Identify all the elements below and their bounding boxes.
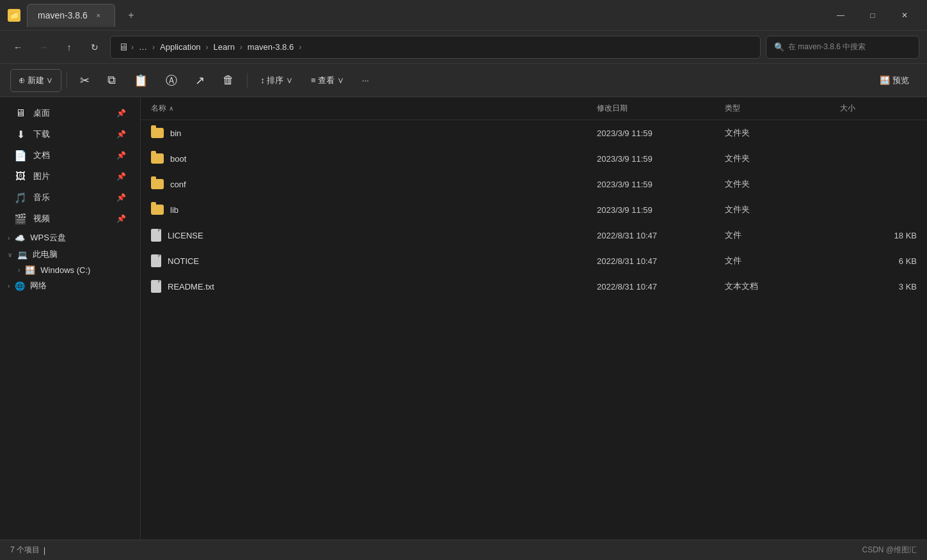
sort-icon: ∧ (169, 105, 173, 112)
file-icon (151, 280, 161, 293)
sidebar-label-music: 音乐 (33, 192, 50, 203)
file-name-cell: conf (151, 179, 597, 189)
folder-icon (151, 179, 164, 189)
breadcrumb-learn[interactable]: Learn (211, 41, 237, 53)
this-pc-section[interactable]: ∨ 💻 此电脑 (0, 246, 140, 263)
sidebar-icon-pictures: 🖼 (14, 170, 27, 183)
file-type-cell: 文本文档 (725, 281, 840, 292)
file-name-cell: README.txt (151, 280, 597, 293)
share-button[interactable]: ↗ (187, 69, 212, 92)
toolbar-sep2 (247, 73, 248, 88)
pin-icon: 📌 (116, 151, 126, 160)
delete-button[interactable]: 🗑 (215, 69, 242, 92)
sidebar-item-music[interactable]: 🎵 音乐 📌 (4, 187, 136, 208)
breadcrumb-sep4: › (240, 43, 242, 52)
sort-button[interactable]: ↕ 排序 ∨ (253, 69, 301, 92)
sidebar-item-videos[interactable]: 🎬 视频 📌 (4, 208, 136, 229)
item-count: 7 个项目 (10, 545, 40, 556)
search-box[interactable]: 🔍 在 maven-3.8.6 中搜索 (766, 36, 919, 59)
file-row[interactable]: boot 2023/3/9 11:59 文件夹 (141, 146, 927, 171)
file-row[interactable]: lib 2023/3/9 11:59 文件夹 (141, 197, 927, 222)
new-button[interactable]: ⊕ 新建 ∨ (10, 69, 61, 92)
file-name-label: lib (170, 205, 178, 215)
file-name-cell: lib (151, 205, 597, 215)
file-date-cell: 2023/3/9 11:59 (597, 180, 725, 189)
watermark: CSDN @维图汇 (862, 545, 917, 556)
cut-button[interactable]: ✂ (72, 69, 97, 92)
windows-c-section[interactable]: › 🪟 Windows (C:) (0, 263, 140, 277)
rename-button[interactable]: Ⓐ (158, 69, 185, 92)
close-button[interactable]: ✕ (890, 5, 919, 26)
new-tab-button[interactable]: + (122, 6, 141, 25)
sidebar-item-desktop[interactable]: 🖥 桌面 📌 (4, 103, 136, 123)
search-icon: 🔍 (774, 42, 784, 52)
this-pc-icon: 💻 (17, 250, 28, 260)
this-pc-label: 此电脑 (33, 249, 58, 260)
wps-cloud-section[interactable]: › ☁️ WPS云盘 (0, 229, 140, 246)
file-row[interactable]: README.txt 2022/8/31 10:47 文本文档 3 KB (141, 274, 927, 299)
sidebar-item-documents[interactable]: 📄 文档 📌 (4, 145, 136, 166)
col-name-header[interactable]: 名称 ∧ (151, 103, 597, 114)
sidebar-icon-desktop: 🖥 (14, 107, 27, 120)
up-button[interactable]: ↑ (59, 37, 79, 58)
file-row[interactable]: conf 2023/3/9 11:59 文件夹 (141, 171, 927, 197)
file-row[interactable]: LICENSE 2022/8/31 10:47 文件 18 KB (141, 222, 927, 248)
file-name-cell: boot (151, 153, 597, 164)
file-row[interactable]: bin 2023/3/9 11:59 文件夹 (141, 120, 927, 146)
windows-label: Windows (C:) (40, 265, 90, 275)
file-list-header: 名称 ∧ 修改日期 类型 大小 (141, 97, 927, 120)
preview-button[interactable]: 🪟 预览 (872, 69, 917, 92)
tab-close-button[interactable]: × (93, 10, 104, 21)
view-button[interactable]: ≡ 查看 ∨ (303, 69, 352, 92)
back-button[interactable]: ← (8, 37, 28, 58)
tab-maven[interactable]: maven-3.8.6 × (27, 4, 115, 27)
paste-button[interactable]: 📋 (126, 69, 155, 92)
network-icon: 🌐 (15, 281, 25, 291)
breadcrumb-monitor-icon: 🖥 (118, 42, 129, 53)
folder-icon (151, 128, 164, 138)
file-type-cell: 文件夹 (725, 178, 840, 190)
more-button[interactable]: ··· (354, 69, 377, 92)
col-type-header[interactable]: 类型 (725, 103, 840, 114)
breadcrumb-sep3: › (206, 43, 209, 52)
file-type-cell: 文件夹 (725, 127, 840, 139)
col-date-header[interactable]: 修改日期 (597, 103, 725, 114)
breadcrumb-sep1: › (131, 43, 134, 52)
col-size-header[interactable]: 大小 (840, 103, 917, 114)
breadcrumb-maven[interactable]: maven-3.8.6 (245, 41, 296, 53)
file-date-cell: 2022/8/31 10:47 (597, 282, 725, 292)
sidebar-item-pictures[interactable]: 🖼 图片 📌 (4, 166, 136, 187)
pin-icon: 📌 (116, 109, 126, 118)
sidebar-icon-documents: 📄 (14, 149, 27, 162)
file-type-cell: 文件 (725, 229, 840, 241)
file-date-cell: 2022/8/31 10:47 (597, 256, 725, 266)
network-label: 网络 (30, 280, 47, 292)
file-name-label: LICENSE (168, 231, 203, 240)
maximize-button[interactable]: □ (858, 5, 887, 26)
sidebar-item-downloads[interactable]: ⬇ 下载 📌 (4, 124, 136, 144)
window-controls: — □ ✕ (826, 5, 919, 26)
main-layout: 🖥 桌面 📌 ⬇ 下载 📌 📄 文档 📌 🖼 图片 📌 🎵 音乐 📌 🎬 视频 … (0, 97, 927, 540)
file-row[interactable]: NOTICE 2022/8/31 10:47 文件 6 KB (141, 248, 927, 274)
file-name-label: NOTICE (168, 256, 199, 266)
status-bar: 7 个项目 | CSDN @维图汇 (0, 540, 927, 560)
toolbar: ⊕ 新建 ∨ ✂ ⧉ 📋 Ⓐ ↗ 🗑 ↕ 排序 ∨ ≡ 查看 ∨ ··· 🪟 预… (0, 64, 927, 97)
breadcrumb-more[interactable]: … (136, 41, 150, 53)
file-name-cell: LICENSE (151, 229, 597, 242)
breadcrumb-sep2: › (152, 43, 155, 52)
sidebar-icon-downloads: ⬇ (14, 128, 27, 141)
refresh-button[interactable]: ↻ (84, 37, 105, 58)
breadcrumb-application[interactable]: Application (157, 41, 203, 53)
search-placeholder: 在 maven-3.8.6 中搜索 (788, 42, 866, 52)
network-section[interactable]: › 🌐 网络 (0, 277, 140, 294)
file-name-label: bin (170, 128, 181, 138)
file-size-cell: 6 KB (840, 256, 917, 266)
breadcrumb[interactable]: 🖥 › … › Application › Learn › maven-3.8.… (110, 36, 761, 59)
file-icon (151, 254, 161, 267)
file-date-cell: 2023/3/9 11:59 (597, 154, 725, 164)
sidebar-icon-music: 🎵 (14, 191, 27, 204)
sidebar-label-pictures: 图片 (33, 171, 50, 182)
file-date-cell: 2023/3/9 11:59 (597, 128, 725, 138)
minimize-button[interactable]: — (826, 5, 855, 26)
copy-button[interactable]: ⧉ (100, 69, 123, 92)
